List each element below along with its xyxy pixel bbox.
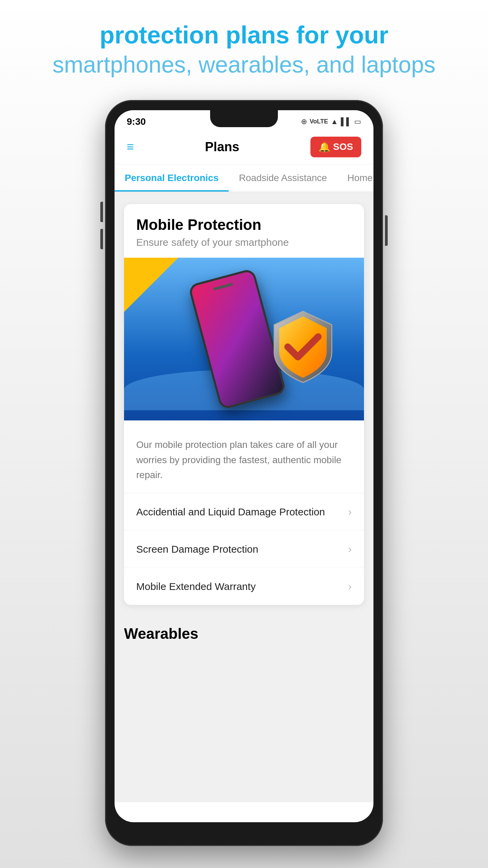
hero-image [124,258,364,420]
signal-icon: ▌▌ [341,117,351,126]
yellow-triangle-decoration [124,258,178,312]
content-area: Mobile Protection Ensure safety of your … [115,192,373,802]
tab-home[interactable]: Home [337,164,373,192]
mobile-protection-card: Mobile Protection Ensure safety of your … [124,204,364,605]
chevron-right-icon-1: › [348,506,352,518]
card-title: Mobile Protection [136,216,352,233]
power-button [385,215,388,246]
phone-notch [210,110,278,127]
tab-roadside-assistance[interactable]: Roadside Assistance [229,164,337,192]
screen-damage-label: Screen Damage Protection [136,544,258,555]
app-bar-title: Plans [205,140,239,154]
header-line2: smartphones, wearables, and laptops [53,50,435,79]
phone-frame: 9:30 ⊕ VoLTE ▲ ▌▌ ▭ ≡ Plans 🔔 SOS Person… [105,100,383,846]
battery-icon: ▭ [354,117,361,126]
page-header: protection plans for your smartphones, w… [25,20,463,80]
menu-list: Accidential and Liquid Damage Protection… [124,493,364,605]
chevron-right-icon-2: › [348,543,352,555]
volume-down-button [100,229,103,249]
nfc-icon: ⊕ [301,117,307,126]
card-subtitle: Ensure safety of your smartphone [136,237,352,248]
sos-label: SOS [333,141,353,152]
tab-bar: Personal Electronics Roadside Assistance… [115,164,373,192]
accidental-damage-label: Accidential and Liquid Damage Protection [136,506,325,518]
header-line1: protection plans for your [53,20,435,50]
extended-warranty-label: Mobile Extended Warranty [136,581,256,592]
menu-icon[interactable]: ≡ [127,140,134,154]
menu-item-accidental-damage[interactable]: Accidential and Liquid Damage Protection… [124,493,364,531]
volte-icon: VoLTE [310,118,328,125]
phone-screen: 9:30 ⊕ VoLTE ▲ ▌▌ ▭ ≡ Plans 🔔 SOS Person… [115,110,373,822]
status-icons: ⊕ VoLTE ▲ ▌▌ ▭ [301,117,361,126]
menu-item-extended-warranty[interactable]: Mobile Extended Warranty › [124,568,364,605]
card-header: Mobile Protection Ensure safety of your … [124,204,364,251]
tab-personal-electronics[interactable]: Personal Electronics [115,164,229,192]
volume-up-button [100,202,103,222]
wearables-section-title: Wearables [124,618,364,646]
sos-button[interactable]: 🔔 SOS [310,137,361,157]
shield-icon [269,308,337,386]
wifi-icon: ▲ [331,117,338,126]
app-bar: ≡ Plans 🔔 SOS [115,130,373,164]
menu-item-screen-damage[interactable]: Screen Damage Protection › [124,531,364,568]
status-time: 9:30 [127,116,146,127]
chevron-right-icon-3: › [348,580,352,593]
card-description: Our mobile protection plan takes care of… [124,427,364,493]
bell-icon: 🔔 [319,141,330,153]
